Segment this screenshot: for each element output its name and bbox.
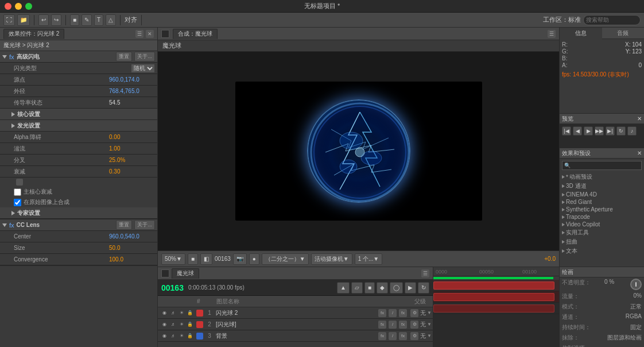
layer1-vis[interactable]: ◉ bbox=[160, 309, 168, 317]
center-value[interactable]: 960.0,540.0 bbox=[109, 233, 155, 240]
layer3-audio[interactable]: ♬ bbox=[169, 332, 177, 340]
panel-close-btn[interactable]: ✕ bbox=[146, 30, 154, 38]
effects-search-input[interactable] bbox=[562, 161, 642, 170]
track-bar-3[interactable] bbox=[433, 304, 554, 313]
layer3-switch2[interactable]: / bbox=[389, 332, 397, 340]
tl-tool4[interactable]: ◆ bbox=[377, 282, 388, 294]
reset2-btn[interactable]: 重置 bbox=[116, 220, 132, 230]
flash-type-select[interactable]: 随机 bbox=[131, 64, 155, 73]
timeline-comp-tab[interactable]: 魔光球 bbox=[172, 268, 199, 279]
active-camera-btn[interactable]: 活动摄像机 ▼ bbox=[311, 253, 352, 265]
toolbar-shape[interactable]: △ bbox=[106, 14, 116, 26]
toolbar-open[interactable]: 📁 bbox=[17, 14, 30, 26]
category-cinema4d[interactable]: CINEMA 4D bbox=[560, 191, 644, 198]
effects-close[interactable]: ✕ bbox=[637, 150, 642, 156]
category-video-copilot[interactable]: Video Copilot bbox=[560, 221, 644, 228]
layer1-name[interactable]: 闪光球 2 bbox=[215, 309, 378, 317]
turbulence-value[interactable]: 1.00 bbox=[109, 145, 155, 152]
timeline-menu-btn[interactable]: ☰ bbox=[421, 269, 429, 277]
convergence-value[interactable]: 100.0 bbox=[109, 256, 155, 263]
category-utility[interactable]: 实用工具 bbox=[560, 228, 644, 237]
core-decay-checkbox[interactable] bbox=[14, 188, 21, 196]
tl-tool6[interactable]: ▶ bbox=[405, 282, 416, 294]
layer2-switch1[interactable]: fx bbox=[378, 321, 386, 329]
toolbar-redo[interactable]: ↪ bbox=[51, 14, 61, 26]
layer2-switch3[interactable]: fx bbox=[399, 321, 407, 329]
prev-last-btn[interactable]: ▶| bbox=[606, 126, 615, 136]
composition-viewport[interactable] bbox=[158, 52, 559, 250]
tl-tool7[interactable]: ↻ bbox=[418, 282, 429, 294]
comp-menu-btn[interactable]: ☰ bbox=[548, 30, 556, 38]
tl-tool5[interactable]: ◯ bbox=[390, 282, 403, 294]
category-synthetic-aperture[interactable]: Synthetic Aperture bbox=[560, 206, 644, 213]
composite-checkbox[interactable] bbox=[14, 199, 21, 206]
preview-close[interactable]: ✕ bbox=[637, 115, 642, 122]
layer3-switch3[interactable]: fx bbox=[399, 332, 407, 340]
radius-value[interactable]: 768.4,765.0 bbox=[109, 88, 155, 94]
layer1-audio[interactable]: ♬ bbox=[169, 309, 177, 317]
view-mode-btn[interactable]: （二分之一） ▼ bbox=[262, 253, 309, 265]
layer3-lock[interactable]: 🔒 bbox=[186, 332, 194, 340]
comp-tab[interactable]: 合成：魔光球 bbox=[173, 29, 218, 39]
prev-first-btn[interactable]: |◀ bbox=[562, 126, 571, 136]
category-red-giant[interactable]: Red Giant bbox=[560, 198, 644, 206]
toolbar-tools[interactable]: ■ bbox=[70, 14, 79, 26]
prev-fwd-btn[interactable]: ▶▶ bbox=[595, 126, 604, 136]
alpha-value[interactable]: 0.00 bbox=[109, 134, 155, 140]
layer1-switch1[interactable]: fx bbox=[378, 309, 386, 317]
grid-btn[interactable]: ◧ bbox=[200, 253, 212, 265]
toolbar-text[interactable]: T bbox=[94, 14, 103, 26]
toolbar-undo[interactable]: ↩ bbox=[38, 14, 49, 26]
category-animation-presets[interactable]: * 动画预设 bbox=[560, 172, 644, 182]
opacity-knob[interactable] bbox=[630, 279, 642, 290]
conductivity-value[interactable]: 54.5 bbox=[109, 99, 155, 106]
category-distort[interactable]: 扭曲 bbox=[560, 237, 644, 246]
layer1-solo[interactable]: ☀ bbox=[177, 309, 185, 317]
layer2-lock[interactable]: 🔒 bbox=[186, 321, 194, 329]
fork-value[interactable]: 25.0% bbox=[109, 157, 155, 163]
effect-controls-tab[interactable]: 效果控件：闪光球 2 bbox=[3, 29, 64, 39]
audio-tab[interactable]: 音频 bbox=[602, 28, 645, 39]
minimize-button[interactable] bbox=[15, 3, 22, 10]
origin-value[interactable]: 960.0,174.0 bbox=[109, 76, 155, 83]
track-bar-1[interactable] bbox=[433, 282, 554, 290]
layer2-solo[interactable]: ☀ bbox=[177, 321, 185, 329]
layer1-parent-icon[interactable]: ⚙ bbox=[410, 309, 418, 317]
reset1-btn[interactable]: 重置 bbox=[116, 52, 132, 61]
prev-audio-btn[interactable]: ♪ bbox=[627, 126, 637, 136]
layer3-solo[interactable]: ☀ bbox=[177, 332, 185, 340]
maximize-button[interactable] bbox=[25, 3, 32, 10]
channels-btn[interactable]: ● bbox=[249, 253, 259, 265]
prev-back-btn[interactable]: ◀ bbox=[573, 126, 582, 136]
expert-settings-header[interactable]: 专家设置 bbox=[0, 207, 157, 219]
layer1-switch2[interactable]: / bbox=[389, 309, 397, 317]
timecode-display[interactable]: 00163 bbox=[161, 283, 184, 292]
zoom-control[interactable]: 50% ▼ bbox=[161, 253, 185, 265]
layer2-parent-icon[interactable]: ⚙ bbox=[410, 321, 418, 329]
category-trapcode[interactable]: Trapcode bbox=[560, 213, 644, 221]
layer3-parent-icon[interactable]: ⚙ bbox=[410, 332, 418, 340]
decay-value[interactable]: 0.30 bbox=[109, 168, 155, 175]
info-tab[interactable]: 信息 bbox=[560, 28, 602, 39]
glow-settings-header[interactable]: 发光设置 bbox=[0, 120, 157, 132]
layer3-name[interactable]: 背景 bbox=[215, 332, 378, 340]
help-search-input[interactable] bbox=[583, 15, 641, 25]
toolbar-new[interactable]: ⛶ bbox=[3, 14, 15, 26]
tl-tool1[interactable]: ▲ bbox=[337, 282, 350, 294]
layer2-name[interactable]: [闪光球] bbox=[215, 321, 378, 329]
size-value[interactable]: 50.0 bbox=[109, 245, 155, 251]
cc-lens-header[interactable]: fx CC Lens 重置 关于... bbox=[0, 219, 157, 231]
layer3-switch1[interactable]: fx bbox=[378, 332, 386, 340]
category-text[interactable]: 文本 bbox=[560, 246, 644, 256]
close-button[interactable] bbox=[5, 3, 11, 10]
layer2-switch2[interactable]: / bbox=[389, 321, 397, 329]
about1-btn[interactable]: 关于... bbox=[134, 52, 155, 61]
track-bar-2[interactable] bbox=[433, 293, 554, 301]
layer1-lock[interactable]: 🔒 bbox=[186, 309, 194, 317]
category-3d-channel[interactable]: 3D 通道 bbox=[560, 182, 644, 191]
layer3-vis[interactable]: ◉ bbox=[160, 332, 168, 340]
about2-btn[interactable]: 关于... bbox=[134, 220, 155, 230]
layer2-vis[interactable]: ◉ bbox=[160, 321, 168, 329]
toolbar-pen[interactable]: ✎ bbox=[82, 14, 92, 26]
tl-tool3[interactable]: ■ bbox=[364, 282, 375, 294]
